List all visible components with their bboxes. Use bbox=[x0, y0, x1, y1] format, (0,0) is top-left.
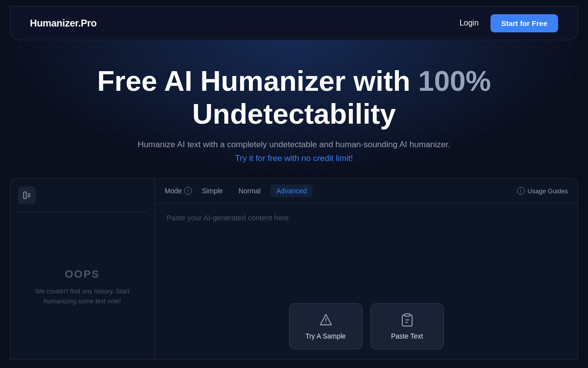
sidebar-empty-description: We couldn't find any history. Start huma… bbox=[33, 287, 131, 306]
sidebar-toggle[interactable] bbox=[18, 186, 36, 204]
login-button[interactable]: Login bbox=[460, 19, 479, 27]
hero-title: Free AI Humanizer with 100% Undetectabil… bbox=[10, 65, 578, 130]
navbar: Humanizer.Pro Login Start for Free bbox=[10, 6, 578, 40]
mode-advanced-button[interactable]: Advanced bbox=[270, 184, 313, 197]
svg-rect-7 bbox=[405, 314, 410, 316]
sidebar-empty-state: OOPS We couldn't find any history. Start… bbox=[33, 222, 131, 351]
editor-placeholder: Paste your AI-generated content here bbox=[167, 213, 289, 222]
mode-normal-button[interactable]: Normal bbox=[233, 184, 267, 197]
usage-guides-link[interactable]: i Usage Guides bbox=[517, 187, 568, 195]
navbar-actions: Login Start for Free bbox=[460, 14, 558, 32]
tool-area: OOPS We couldn't find any history. Start… bbox=[10, 178, 578, 360]
triangle-icon bbox=[318, 313, 333, 327]
sidebar: OOPS We couldn't find any history. Start… bbox=[10, 179, 155, 359]
mode-info-icon[interactable]: i bbox=[184, 187, 192, 195]
sidebar-header bbox=[18, 186, 147, 212]
oops-label: OOPS bbox=[65, 268, 100, 281]
editor-toolbar: Mode i Simple Normal Advanced i Usage Gu… bbox=[155, 179, 578, 204]
hero-section: Free AI Humanizer with 100% Undetectabil… bbox=[0, 40, 588, 178]
try-sample-button[interactable]: Try A Sample bbox=[289, 303, 363, 349]
svg-rect-0 bbox=[24, 192, 26, 199]
paste-text-button[interactable]: Paste Text bbox=[370, 303, 444, 349]
hero-cta[interactable]: Try it for free with no credit limit! bbox=[10, 154, 578, 163]
text-editor[interactable]: Paste your AI-generated content here Try… bbox=[155, 204, 578, 359]
usage-info-icon: i bbox=[517, 187, 525, 195]
mode-simple-button[interactable]: Simple bbox=[196, 184, 229, 197]
editor-area: Mode i Simple Normal Advanced i Usage Gu… bbox=[155, 179, 578, 359]
mode-label: Mode i bbox=[165, 187, 192, 195]
logo: Humanizer.Pro bbox=[30, 18, 97, 29]
start-free-button[interactable]: Start for Free bbox=[490, 14, 558, 32]
action-buttons: Try A Sample Paste Text bbox=[289, 303, 444, 349]
clipboard-icon bbox=[400, 313, 415, 327]
hero-subtitle: Humanize AI text with a completely undet… bbox=[10, 140, 578, 150]
mode-group: Mode i Simple Normal Advanced bbox=[165, 184, 313, 197]
